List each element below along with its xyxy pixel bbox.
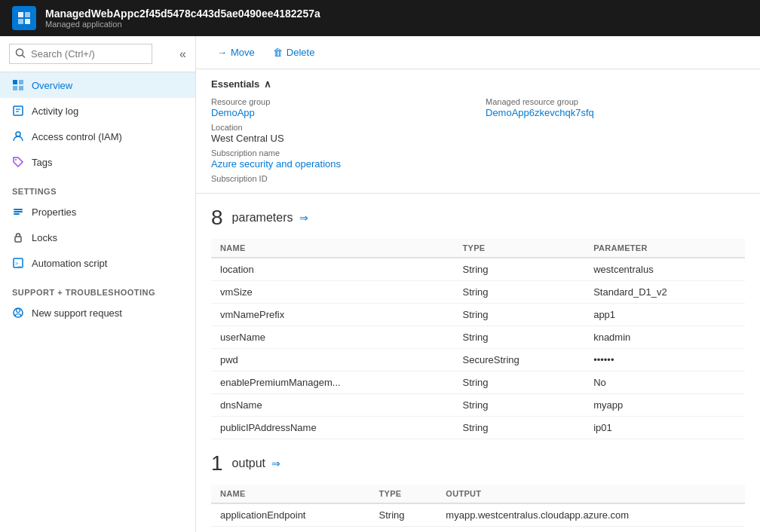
essentials-managed-rg: Managed resource group DemoApp6zkevchqk7… [470, 97, 745, 118]
parameters-word: parameters [232, 211, 293, 225]
managed-rg-value[interactable]: DemoApp6zkevchqk7sfq [486, 107, 745, 118]
svg-rect-15 [14, 209, 23, 210]
delete-label: Delete [287, 47, 315, 58]
output-col-output: OUTPUT [437, 485, 745, 503]
sidebar-item-automation[interactable]: >_ Automation script [0, 250, 195, 276]
essentials-resource-group: Resource group DemoApp [211, 97, 470, 118]
properties-icon [12, 206, 24, 218]
svg-rect-2 [18, 19, 23, 24]
page-subtitle: Managed application [45, 20, 320, 29]
locks-label: Locks [32, 232, 57, 243]
access-control-label: Access control (IAM) [32, 131, 122, 142]
collapse-button[interactable]: « [179, 47, 186, 61]
outputs-section: 1 output ⇒ NAME TYPE OUTPUT applicationE… [196, 439, 760, 527]
svg-text:>_: >_ [15, 261, 21, 267]
essentials-subscription: Subscription name Azure security and ope… [211, 148, 745, 170]
param-cell-name: vmNamePrefix [211, 304, 454, 326]
table-row: publicIPAddressNameStringip01 [211, 417, 745, 439]
outputs-export-icon[interactable]: ⇒ [271, 457, 280, 469]
essentials-chevron-icon: ∧ [264, 78, 271, 90]
param-cell-parameter: myapp [584, 394, 745, 417]
move-button[interactable]: → Move [211, 44, 261, 61]
param-cell-parameter: knadmin [584, 326, 745, 349]
param-cell-type: SecureString [454, 349, 585, 371]
delete-button[interactable]: 🗑 Delete [267, 44, 321, 61]
output-cell-type: String [370, 503, 437, 527]
tags-label: Tags [32, 157, 52, 168]
sidebar: « Overview Activity l [0, 36, 196, 532]
param-cell-name: publicIPAddressName [211, 417, 454, 439]
header-text: ManagedWebAppc2f45d5478c443d5ae0490ee418… [45, 8, 320, 29]
param-cell-parameter: No [584, 371, 745, 394]
outputs-count: 1 [211, 451, 223, 475]
param-cell-name: vmSize [211, 281, 454, 304]
param-cell-name: enablePremiumManagem... [211, 371, 454, 394]
svg-point-22 [17, 309, 20, 313]
svg-point-14 [15, 159, 17, 161]
essentials-label: Essentials [211, 78, 259, 90]
output-cell-name: applicationEndpoint [211, 503, 370, 527]
page-title: ManagedWebAppc2f45d5478c443d5ae0490ee418… [45, 8, 320, 20]
parameters-export-icon[interactable]: ⇒ [299, 212, 308, 224]
svg-rect-7 [19, 80, 23, 84]
essentials-header[interactable]: Essentials ∧ [211, 78, 745, 90]
table-row: enablePremiumManagem...StringNo [211, 371, 745, 394]
resource-group-value[interactable]: DemoApp [211, 107, 470, 118]
parameters-title: 8 parameters ⇒ [211, 206, 745, 230]
tags-icon [12, 156, 24, 168]
param-cell-name: dnsName [211, 394, 454, 417]
param-cell-type: String [454, 417, 585, 439]
sidebar-item-activity-log[interactable]: Activity log [0, 98, 195, 124]
parameters-count: 8 [211, 206, 223, 230]
svg-rect-17 [14, 213, 20, 215]
svg-rect-16 [14, 211, 23, 212]
table-row: pwdSecureString•••••• [211, 349, 745, 371]
param-cell-type: String [454, 258, 585, 281]
parameters-section: 8 parameters ⇒ NAME TYPE PARAMETER locat… [196, 194, 760, 439]
svg-rect-1 [25, 12, 30, 17]
svg-line-5 [23, 55, 26, 58]
overview-label: Overview [32, 80, 72, 91]
param-cell-type: String [454, 281, 585, 304]
app-icon [12, 6, 36, 30]
essentials-row-rg: Resource group DemoApp Managed resource … [211, 97, 745, 118]
table-row: vmNamePrefixStringapp1 [211, 304, 745, 326]
param-cell-type: String [454, 304, 585, 326]
param-col-name: NAME [211, 239, 454, 258]
settings-section-label: SETTINGS [0, 175, 195, 199]
svg-rect-9 [19, 86, 23, 90]
essentials-section: Essentials ∧ Resource group DemoApp Mana… [196, 69, 760, 194]
table-row: applicationEndpointStringmyapp.westcentr… [211, 503, 745, 527]
subscription-name-label: Subscription name [211, 148, 745, 157]
essentials-row-sub-id: Subscription ID [211, 174, 745, 184]
sidebar-item-locks[interactable]: Locks [0, 225, 195, 250]
svg-rect-18 [15, 237, 21, 242]
sidebar-item-properties[interactable]: Properties [0, 199, 195, 225]
essentials-location: Location West Central US [211, 123, 745, 144]
automation-label: Automation script [32, 258, 107, 269]
svg-rect-0 [18, 12, 23, 17]
sidebar-item-tags[interactable]: Tags [0, 149, 195, 175]
move-icon: → [217, 47, 227, 58]
subscription-id-label: Subscription ID [211, 174, 745, 183]
sidebar-item-new-support[interactable]: New support request [0, 300, 195, 326]
activity-log-label: Activity log [32, 105, 78, 117]
param-cell-name: userName [211, 326, 454, 349]
sidebar-item-overview[interactable]: Overview [0, 72, 195, 98]
outputs-word: output [232, 457, 265, 470]
main-content: → Move 🗑 Delete Essentials ∧ Resource gr… [196, 36, 760, 532]
param-cell-type: String [454, 371, 585, 394]
search-bar: « [0, 36, 195, 72]
managed-rg-label: Managed resource group [486, 97, 745, 106]
param-cell-type: String [454, 326, 585, 349]
svg-rect-10 [14, 106, 23, 115]
essentials-row-location: Location West Central US [211, 123, 745, 144]
search-icon [15, 47, 26, 60]
access-control-icon [12, 130, 24, 142]
output-col-name: NAME [211, 485, 370, 503]
sidebar-item-access-control[interactable]: Access control (IAM) [0, 124, 195, 149]
subscription-name-value[interactable]: Azure security and operations [211, 158, 745, 170]
param-cell-parameter: •••••• [584, 349, 745, 371]
search-input[interactable] [9, 44, 152, 64]
table-row: dnsNameStringmyapp [211, 394, 745, 417]
